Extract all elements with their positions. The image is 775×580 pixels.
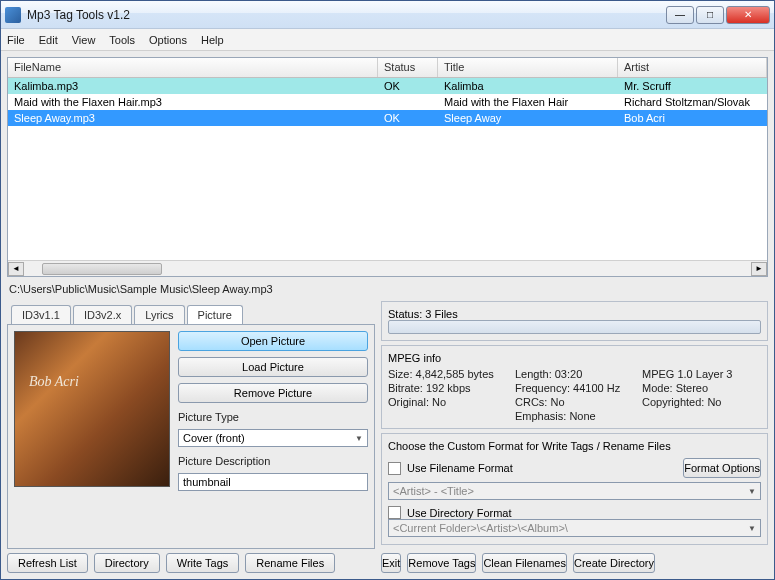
- table-row[interactable]: Maid with the Flaxen Hair.mp3 Maid with …: [8, 94, 767, 110]
- tab-id3v2x[interactable]: ID3v2.x: [73, 305, 132, 324]
- mpeg-crc: CRCs: No: [515, 396, 634, 408]
- mpeg-bitrate: Bitrate: 192 kbps: [388, 382, 507, 394]
- col-artist[interactable]: Artist: [618, 58, 767, 77]
- menu-options[interactable]: Options: [149, 34, 187, 46]
- col-filename[interactable]: FileName: [8, 58, 378, 77]
- client-area: FileName Status Title Artist Kalimba.mp3…: [1, 51, 774, 579]
- picture-desc-input[interactable]: thumbnail: [178, 473, 368, 491]
- refresh-list-button[interactable]: Refresh List: [7, 553, 88, 573]
- status-group: Status: 3 Files: [381, 301, 768, 341]
- directory-button[interactable]: Directory: [94, 553, 160, 573]
- app-icon: [5, 7, 21, 23]
- tab-picture[interactable]: Picture: [187, 305, 243, 324]
- picture-panel: Bob Acri Open Picture Load Picture Remov…: [7, 324, 375, 549]
- scroll-left-icon[interactable]: ◄: [8, 262, 24, 276]
- picture-type-label: Picture Type: [178, 411, 368, 423]
- mpeg-copyright: Copyrighted: No: [642, 396, 761, 408]
- menu-view[interactable]: View: [72, 34, 96, 46]
- tab-lyrics[interactable]: Lyrics: [134, 305, 184, 324]
- write-tags-button[interactable]: Write Tags: [166, 553, 240, 573]
- list-header: FileName Status Title Artist: [8, 58, 767, 78]
- menubar: File Edit View Tools Options Help: [1, 29, 774, 51]
- mpeg-original: Original: No: [388, 396, 507, 408]
- file-list[interactable]: FileName Status Title Artist Kalimba.mp3…: [7, 57, 768, 277]
- create-directory-button[interactable]: Create Directory: [573, 553, 655, 573]
- mpeg-length: Length: 03:20: [515, 368, 634, 380]
- scroll-thumb[interactable]: [42, 263, 162, 275]
- directory-format-combo[interactable]: <Current Folder>\<Artist>\<Album>\ ▼: [388, 519, 761, 537]
- remove-tags-button[interactable]: Remove Tags: [407, 553, 476, 573]
- mpeg-mode: Mode: Stereo: [642, 382, 761, 394]
- format-choose-label: Choose the Custom Format for Write Tags …: [388, 440, 761, 452]
- album-art-text: Bob Acri: [29, 374, 79, 390]
- maximize-button[interactable]: □: [696, 6, 724, 24]
- exit-button[interactable]: Exit: [381, 553, 401, 573]
- menu-help[interactable]: Help: [201, 34, 224, 46]
- mpeg-size: Size: 4,842,585 bytes: [388, 368, 507, 380]
- use-filename-label: Use Filename Format: [407, 462, 513, 474]
- scroll-right-icon[interactable]: ►: [751, 262, 767, 276]
- col-status[interactable]: Status: [378, 58, 438, 77]
- album-art: Bob Acri: [14, 331, 170, 487]
- titlebar[interactable]: Mp3 Tag Tools v1.2 — □ ✕: [1, 1, 774, 29]
- current-path: C:\Users\Public\Music\Sample Music\Sleep…: [7, 281, 768, 297]
- rename-files-button[interactable]: Rename Files: [245, 553, 335, 573]
- menu-edit[interactable]: Edit: [39, 34, 58, 46]
- chevron-down-icon: ▼: [748, 487, 756, 496]
- clean-filenames-button[interactable]: Clean Filenames: [482, 553, 567, 573]
- horizontal-scrollbar[interactable]: ◄ ►: [8, 260, 767, 276]
- table-row[interactable]: Kalimba.mp3 OK Kalimba Mr. Scruff: [8, 78, 767, 94]
- open-picture-button[interactable]: Open Picture: [178, 331, 368, 351]
- menu-file[interactable]: File: [7, 34, 25, 46]
- status-label: Status: 3 Files: [388, 308, 458, 320]
- format-group: Choose the Custom Format for Write Tags …: [381, 433, 768, 545]
- use-directory-label: Use Directory Format: [407, 507, 512, 519]
- progress-bar: [388, 320, 761, 334]
- remove-picture-button[interactable]: Remove Picture: [178, 383, 368, 403]
- tab-id3v11[interactable]: ID3v1.1: [11, 305, 71, 324]
- mpeg-header: MPEG info: [388, 352, 761, 364]
- col-title[interactable]: Title: [438, 58, 618, 77]
- close-button[interactable]: ✕: [726, 6, 770, 24]
- menu-tools[interactable]: Tools: [109, 34, 135, 46]
- format-options-button[interactable]: Format Options: [683, 458, 761, 478]
- tabstrip: ID3v1.1 ID3v2.x Lyrics Picture: [7, 301, 375, 324]
- picture-desc-label: Picture Description: [178, 455, 368, 467]
- use-filename-checkbox[interactable]: [388, 462, 401, 475]
- filename-format-combo[interactable]: <Artist> - <Title> ▼: [388, 482, 761, 500]
- mpeg-info-group: MPEG info Size: 4,842,585 bytes Length: …: [381, 345, 768, 429]
- window-title: Mp3 Tag Tools v1.2: [27, 8, 666, 22]
- mpeg-layer: MPEG 1.0 Layer 3: [642, 368, 761, 380]
- app-window: Mp3 Tag Tools v1.2 — □ ✕ File Edit View …: [0, 0, 775, 580]
- mpeg-emphasis: Emphasis: None: [515, 410, 634, 422]
- load-picture-button[interactable]: Load Picture: [178, 357, 368, 377]
- picture-type-combo[interactable]: Cover (front) ▼: [178, 429, 368, 447]
- minimize-button[interactable]: —: [666, 6, 694, 24]
- mpeg-freq: Frequency: 44100 Hz: [515, 382, 634, 394]
- chevron-down-icon: ▼: [748, 524, 756, 533]
- table-row[interactable]: Sleep Away.mp3 OK Sleep Away Bob Acri: [8, 110, 767, 126]
- chevron-down-icon: ▼: [355, 434, 363, 443]
- use-directory-checkbox[interactable]: [388, 506, 401, 519]
